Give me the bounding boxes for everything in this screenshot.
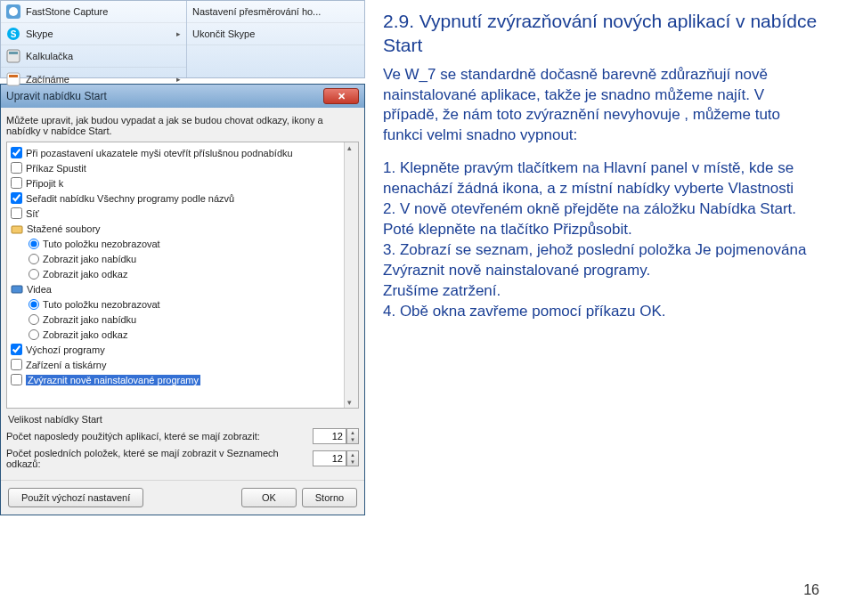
tb-item-skype[interactable]: S Skype ▸ [1, 23, 186, 45]
page-number: 16 [803, 582, 819, 598]
option-checkbox[interactable]: Zařízení a tiskárny [9, 357, 356, 372]
tb-label: FastStone Capture [26, 6, 108, 17]
recent-apps-label: Počet naposledy použitých aplikací, kter… [6, 431, 307, 442]
option-radio[interactable]: Zobrazit jako odkaz [9, 327, 356, 342]
svg-text:S: S [11, 29, 17, 39]
skype-icon: S [6, 27, 20, 41]
checkbox[interactable] [11, 207, 22, 219]
edit-start-menu-dialog: Upravit nabídku Start ✕ Můžete upravit, … [0, 84, 365, 515]
reset-defaults-button[interactable]: Použít výchozí nastavení [8, 488, 143, 507]
folder-icon [11, 223, 23, 235]
option-checkbox[interactable]: Síť [9, 206, 356, 221]
article-step: 2. V nově otevřeném okně přejděte na zál… [383, 199, 819, 240]
tb-item-quit-skype[interactable]: Ukončit Skype [187, 23, 364, 45]
checkbox[interactable] [11, 344, 22, 355]
svg-rect-5 [9, 52, 18, 54]
option-checkbox[interactable]: Výchozí programy [9, 342, 356, 357]
tb-label: Ukončit Skype [192, 28, 255, 39]
svg-rect-8 [12, 226, 22, 233]
article-step: 1. Klepněte pravým tlačítkem na Hlavní p… [383, 158, 819, 199]
recent-links-label: Počet posledních položek, které se mají … [6, 448, 307, 469]
checkbox[interactable] [11, 192, 22, 204]
svg-point-1 [9, 7, 18, 16]
option-checkbox[interactable]: Seřadit nabídku Všechny programy podle n… [9, 190, 356, 206]
option-radio[interactable]: Zobrazit jako nabídku [9, 312, 356, 327]
svg-rect-7 [9, 75, 18, 77]
tb-item-settings[interactable]: Nastavení přesměrování ho... [187, 1, 364, 23]
option-group: Stažené soubory [9, 221, 356, 236]
tb-label: Skype [26, 28, 53, 39]
spinner-buttons[interactable]: ▲▼ [346, 428, 359, 444]
svg-rect-9 [12, 286, 22, 293]
radio[interactable] [28, 254, 39, 264]
tb-label: Začínáme [26, 74, 69, 85]
checkbox[interactable] [11, 162, 22, 174]
option-checkbox[interactable]: Příkaz Spustit [9, 160, 356, 175]
article-step: Zrušíme zatržení. [383, 281, 819, 302]
chevron-right-icon: ▸ [176, 29, 181, 38]
chevron-right-icon: ▸ [176, 75, 181, 84]
size-section-label: Velikost nabídky Start [8, 414, 359, 425]
radio[interactable] [28, 239, 39, 249]
dialog-description: Můžete upravit, jak budou vypadat a jak … [6, 115, 359, 136]
options-list: Při pozastavení ukazatele myši otevřít p… [6, 142, 359, 409]
article-heading: 2.9. Vypnutí zvýrazňování nových aplikac… [383, 9, 819, 58]
option-radio[interactable]: Zobrazit jako odkaz [9, 266, 356, 281]
ok-button[interactable]: OK [241, 488, 297, 507]
recent-apps-spinner[interactable]: ▲▼ [313, 428, 359, 444]
recent-links-input[interactable] [313, 450, 346, 466]
option-radio[interactable]: Zobrazit jako nabídku [9, 251, 356, 266]
article: 2.9. Vypnutí zvýrazňování nových aplikac… [365, 0, 846, 515]
tb-item-starting[interactable]: Začínáme ▸ [1, 68, 186, 90]
checkbox[interactable] [11, 147, 22, 158]
start-icon [6, 72, 20, 86]
scrollbar[interactable] [344, 142, 358, 408]
tb-label: Kalkulačka [26, 51, 73, 61]
option-checkbox-highlighted[interactable]: Zvýraznit nově nainstalované programy [9, 372, 356, 387]
calc-icon [6, 49, 20, 63]
radio[interactable] [28, 299, 39, 310]
checkbox[interactable] [11, 359, 22, 370]
tb-label: Nastavení přesměrování ho... [192, 6, 321, 17]
dialog-title: Upravit nabídku Start [6, 90, 323, 102]
option-radio[interactable]: Tuto položku nezobrazovat [9, 236, 356, 251]
article-intro: Ve W_7 se standardně dočasně barevně zdů… [383, 65, 819, 147]
article-step: 4. Obě okna zavřeme pomocí příkazu OK. [383, 302, 819, 322]
spinner-buttons[interactable]: ▲▼ [346, 450, 359, 466]
option-group: Videa [9, 281, 356, 296]
checkbox[interactable] [11, 177, 22, 189]
radio[interactable] [28, 329, 39, 340]
radio[interactable] [28, 269, 39, 280]
app-icon [6, 4, 20, 19]
tb-item-calc[interactable]: Kalkulačka [1, 45, 186, 68]
option-checkbox[interactable]: Při pozastavení ukazatele myši otevřít p… [9, 145, 356, 160]
recent-apps-input[interactable] [313, 428, 346, 444]
option-checkbox[interactable]: Připojit k [9, 175, 356, 190]
video-icon [11, 283, 23, 296]
article-step: 3. Zobrazí se seznam, jehož poslední pol… [383, 240, 819, 281]
close-button[interactable]: ✕ [323, 88, 359, 104]
option-radio[interactable]: Tuto položku nezobrazovat [9, 296, 356, 312]
cancel-button[interactable]: Storno [302, 488, 357, 507]
radio[interactable] [28, 314, 39, 325]
checkbox[interactable] [11, 374, 22, 385]
app-strip: FastStone Capture S Skype ▸ Kalkulačka Z… [0, 0, 365, 78]
recent-links-spinner[interactable]: ▲▼ [313, 450, 359, 466]
tb-item-faststone[interactable]: FastStone Capture [1, 1, 186, 23]
